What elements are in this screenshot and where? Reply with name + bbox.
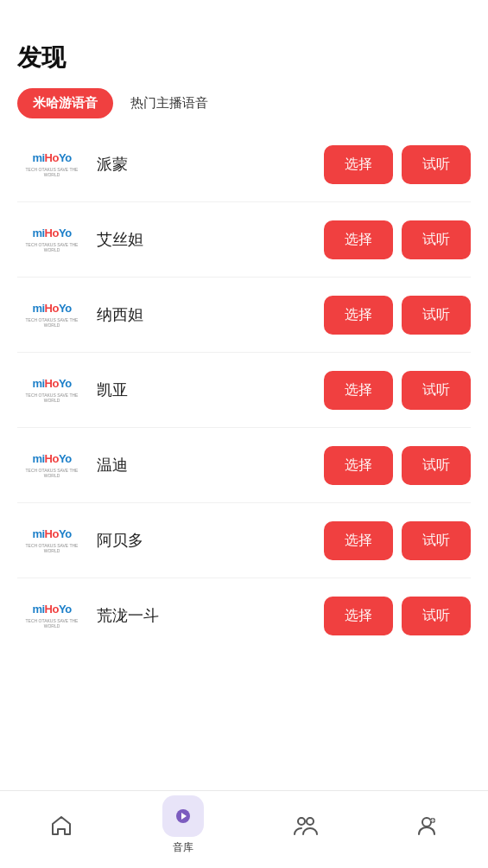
btn-group-1: 选择 试听 [324,220,471,259]
btn-group-5: 选择 试听 [324,521,471,560]
page-title: 发现 [0,0,488,88]
home-icon [49,814,73,838]
nav-item-home[interactable] [27,805,96,846]
mihoyo-logo-4: miHoYo TECH OTAKUS SAVE THE WORLD [17,442,86,488]
voice-name-4: 温迪 [97,455,314,475]
select-button-2[interactable]: 选择 [324,296,393,335]
voice-name-6: 荒泷一斗 [97,605,314,626]
btn-group-2: 选择 试听 [324,296,471,335]
btn-group-6: 选择 试听 [324,597,471,635]
library-icon [171,804,195,828]
select-button-5[interactable]: 选择 [324,521,393,560]
listen-button-6[interactable]: 试听 [402,597,471,635]
tab-mihoyo[interactable]: 米哈游语音 [17,88,113,118]
mihoyo-logo-2: miHoYo TECH OTAKUS SAVE THE WORLD [17,291,86,338]
nav-item-library[interactable]: 音库 [149,795,218,855]
select-button-6[interactable]: 选择 [324,597,393,635]
select-button-4[interactable]: 选择 [324,446,393,485]
mihoyo-logo-3: miHoYo TECH OTAKUS SAVE THE WORLD [17,367,86,413]
tab-bar: 米哈游语音 热门主播语音 [0,88,488,118]
nav-item-profile[interactable] [392,805,461,846]
list-item: miHoYo TECH OTAKUS SAVE THE WORLD 荒泷一斗 选… [17,578,471,653]
listen-button-0[interactable]: 试听 [402,145,471,184]
list-item: miHoYo TECH OTAKUS SAVE THE WORLD 派蒙 选择 … [17,127,471,202]
nav-item-discover[interactable] [270,805,339,846]
btn-group-0: 选择 试听 [324,145,471,184]
profile-icon-wrap [406,805,447,846]
library-icon-wrap [162,795,204,837]
home-icon-wrap [41,805,82,846]
select-button-0[interactable]: 选择 [324,145,393,184]
mihoyo-logo-5: miHoYo TECH OTAKUS SAVE THE WORLD [17,517,86,564]
discover-icon [292,814,318,838]
voice-name-3: 凯亚 [97,380,314,400]
btn-group-3: 选择 试听 [324,371,471,410]
svg-point-3 [422,818,431,827]
mihoyo-logo-6: miHoYo TECH OTAKUS SAVE THE WORLD [17,592,86,639]
list-item: miHoYo TECH OTAKUS SAVE THE WORLD 艾丝妲 选择… [17,202,471,278]
profile-icon [415,814,439,838]
listen-button-5[interactable]: 试听 [402,521,471,560]
mihoyo-logo-1: miHoYo TECH OTAKUS SAVE THE WORLD [17,216,86,263]
btn-group-4: 选择 试听 [324,446,471,485]
voice-name-1: 艾丝妲 [97,229,314,250]
voice-name-2: 纳西妲 [97,304,314,325]
voice-name-5: 阿贝多 [97,530,314,551]
svg-point-1 [298,818,305,825]
list-item: miHoYo TECH OTAKUS SAVE THE WORLD 温迪 选择 … [17,428,471,503]
mihoyo-logo-0: miHoYo TECH OTAKUS SAVE THE WORLD [17,141,86,188]
bottom-nav: 音库 [0,790,488,868]
voice-list: miHoYo TECH OTAKUS SAVE THE WORLD 派蒙 选择 … [0,127,488,801]
list-item: miHoYo TECH OTAKUS SAVE THE WORLD 纳西妲 选择… [17,278,471,353]
list-item: miHoYo TECH OTAKUS SAVE THE WORLD 凯亚 选择 … [17,353,471,428]
listen-button-1[interactable]: 试听 [402,220,471,259]
list-item: miHoYo TECH OTAKUS SAVE THE WORLD 阿贝多 选择… [17,503,471,578]
tab-hot[interactable]: 热门主播语音 [127,88,212,118]
select-button-1[interactable]: 选择 [324,220,393,259]
select-button-3[interactable]: 选择 [324,371,393,410]
listen-button-4[interactable]: 试听 [402,446,471,485]
discover-icon-wrap [284,805,326,846]
svg-point-2 [307,818,314,825]
nav-label-library: 音库 [173,840,193,855]
voice-name-0: 派蒙 [97,154,314,175]
listen-button-3[interactable]: 试听 [402,371,471,410]
listen-button-2[interactable]: 试听 [402,296,471,335]
